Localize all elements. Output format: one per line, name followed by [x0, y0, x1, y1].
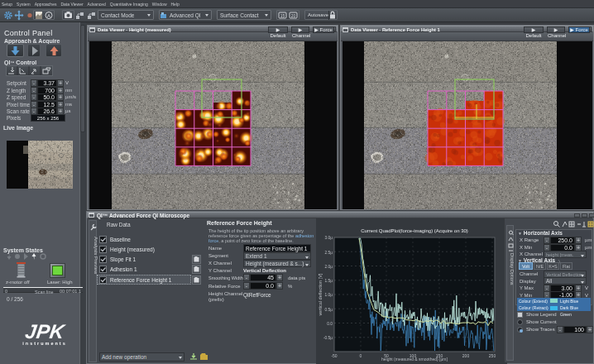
svg-text:height (measured & smoothed) [: height (measured & smoothed) [µm] [381, 357, 448, 362]
svg-text:2.0µ: 2.0µ [325, 265, 333, 269]
svg-text:0.0: 0.0 [327, 322, 333, 326]
svg-text:3.0µ: 3.0µ [325, 236, 333, 240]
svg-text:-0.5µ: -0.5µ [323, 336, 333, 340]
svg-text:15: 15 [280, 13, 285, 18]
svg-text:1.5µ: 1.5µ [325, 279, 333, 283]
svg-text:-50: -50 [331, 353, 337, 358]
svg-text:A: A [47, 13, 50, 18]
svg-text:200: 200 [462, 353, 470, 358]
svg-text:250: 250 [489, 353, 496, 358]
svg-text:1.0µ: 1.0µ [325, 293, 333, 297]
svg-text:2.5µ: 2.5µ [325, 251, 333, 255]
svg-text:0.5µ: 0.5µ [325, 308, 333, 312]
svg-text:vertical deflection [V]: vertical deflection [V] [318, 273, 323, 315]
svg-text:0: 0 [360, 353, 362, 358]
svg-text:20: 20 [291, 13, 296, 18]
svg-text:Current QuadPlot(force-imaging: Current QuadPlot(force-imaging) (Acquire… [361, 228, 468, 233]
